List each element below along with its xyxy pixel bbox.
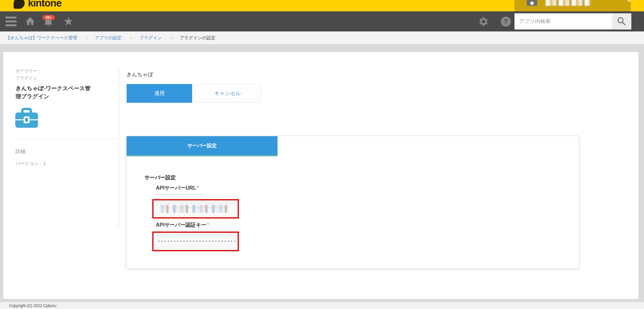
app-header: kintone	[0, 0, 644, 11]
details-label: 詳細	[16, 149, 25, 155]
content-card: カテゴリー： プラグイン きんちゃぼ-ワークスペース管理プラグイン 詳細 バージ…	[3, 52, 638, 299]
chevron-down-icon	[627, 0, 631, 2]
page-title: きんちゃぼ	[127, 71, 153, 78]
user-icon	[527, 0, 537, 6]
global-nav: 99+ ★ ?	[0, 11, 644, 31]
cancel-button[interactable]: キャンセル	[194, 84, 261, 103]
breadcrumb-separator-icon	[84, 36, 88, 40]
home-button[interactable]	[23, 11, 37, 31]
user-menu[interactable]	[514, 0, 631, 11]
settings-panel: サーバー設定 サーバー設定 APIサーバーURL* APIサーバー認証キー* •…	[127, 136, 579, 268]
copyright-text: Copyright (C) 2022 Cybozu	[9, 303, 56, 308]
category-label: カテゴリー：	[16, 68, 41, 74]
kintone-logo[interactable]: kintone	[14, 0, 61, 11]
user-name-redacted	[546, 0, 590, 6]
redaction-highlight-box	[152, 199, 239, 219]
notification-badge: 99+	[43, 15, 55, 20]
apply-button[interactable]: 適用	[127, 84, 192, 103]
help-icon: ?	[501, 17, 511, 27]
settings-button[interactable]	[477, 11, 490, 31]
tab-server-settings[interactable]: サーバー設定	[127, 136, 278, 156]
breadcrumb-workspace-link[interactable]: 【きんちゃぼ】ワークスペース管理	[6, 35, 77, 41]
kintone-logo-icon	[14, 0, 25, 9]
home-icon	[25, 16, 36, 27]
gear-icon	[478, 16, 489, 27]
version-text: バージョン：1	[16, 161, 46, 167]
required-mark: *	[207, 222, 209, 228]
hamburger-menu-button[interactable]	[5, 11, 18, 31]
notifications-button[interactable]	[41, 11, 56, 31]
api-server-key-label: APIサーバー認証キー*	[156, 222, 212, 232]
toolbox-icon	[15, 108, 39, 130]
category-value: プラグイン	[16, 75, 37, 81]
sidebar-hatched-divider	[118, 66, 120, 229]
favorites-button[interactable]: ★	[62, 11, 75, 31]
breadcrumb-app-settings-link[interactable]: アプリの設定	[95, 35, 121, 41]
star-icon: ★	[63, 12, 74, 31]
kintone-logo-text: kintone	[28, 0, 61, 9]
breadcrumb-separator-icon	[169, 36, 173, 40]
api-server-url-input[interactable]	[161, 205, 229, 213]
help-button[interactable]: ?	[500, 11, 512, 31]
breadcrumb-plugin-link[interactable]: プラグイン	[139, 35, 162, 41]
redaction-highlight-box: ••••••••••••••••••••••••••••••	[152, 232, 239, 251]
plugin-name: きんちゃぼ-ワークスペース管理プラグイン	[16, 84, 93, 101]
breadcrumb-separator-icon	[129, 36, 133, 40]
page-footer: Copyright (C) 2022 Cybozu	[0, 302, 644, 309]
search-button[interactable]	[612, 13, 631, 30]
search-icon	[616, 16, 627, 27]
form-section-title: サーバー設定	[144, 174, 176, 181]
required-mark: *	[197, 185, 199, 191]
avatar	[527, 0, 537, 6]
sidebar-divider	[16, 139, 116, 139]
breadcrumb: 【きんちゃぼ】ワークスペース管理 アプリの設定 プラグイン プラグインの設定	[0, 31, 644, 44]
api-server-key-input[interactable]: ••••••••••••••••••••••••••••••	[157, 233, 235, 250]
api-server-url-label: APIサーバーURL*	[156, 185, 202, 195]
search-input[interactable]	[514, 13, 612, 30]
breadcrumb-current-page: プラグインの設定	[180, 35, 216, 41]
